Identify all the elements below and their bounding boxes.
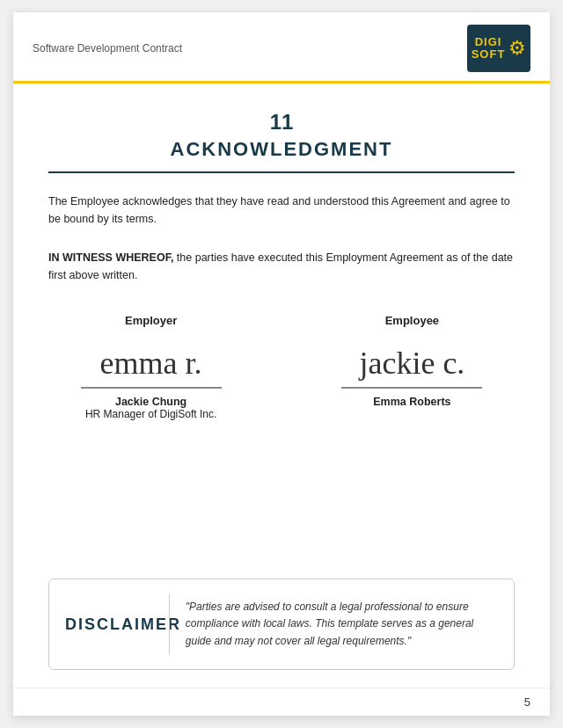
document-page: Software Development Contract DIGI SOFT … — [13, 12, 550, 716]
section-title: ACKNOWLEDGMENT — [48, 138, 515, 161]
page-content: 11 ACKNOWLEDGMENT The Employee acknowled… — [13, 84, 550, 688]
employer-signature-line — [81, 387, 222, 389]
page-footer: 5 — [13, 688, 550, 716]
disclaimer-box: DISCLAIMER "Parties are advised to consu… — [48, 579, 515, 670]
section-number: 11 — [48, 110, 515, 135]
disclaimer-label: DISCLAIMER — [65, 615, 153, 634]
logo-text-line2: SOFT — [472, 48, 506, 61]
signatures-section: Employer emma r. Jackie Chung HR Manager… — [48, 314, 515, 420]
logo-gear-icon: ⚙ — [508, 37, 526, 60]
disclaimer-divider — [169, 593, 170, 655]
employee-name: Emma Roberts — [373, 396, 450, 408]
employee-signature-line — [341, 387, 482, 389]
acknowledgment-paragraph: The Employee acknowledges that they have… — [48, 193, 515, 228]
witness-paragraph: IN WITNESS WHEREOF, the parties have exe… — [48, 249, 515, 284]
employee-signature-script: jackie c. — [359, 336, 464, 382]
logo-text-line1: DIGI — [472, 36, 506, 48]
employer-role: HR Manager of DigiSoft Inc. — [85, 408, 216, 420]
employer-signature-block: Employer emma r. Jackie Chung HR Manager… — [48, 314, 253, 420]
employer-name: Jackie Chung — [115, 396, 186, 408]
employee-label: Employee — [385, 314, 439, 327]
disclaimer-text: "Parties are advised to consult a legal … — [186, 599, 498, 650]
page-number: 5 — [524, 695, 530, 709]
section-divider — [48, 171, 515, 173]
employee-signature-block: Employee jackie c. Emma Roberts — [310, 314, 515, 420]
employer-label: Employer — [125, 314, 177, 327]
company-logo: DIGI SOFT ⚙ — [467, 25, 530, 72]
witness-bold: IN WITNESS WHEREOF, — [48, 251, 173, 264]
page-header: Software Development Contract DIGI SOFT … — [13, 12, 550, 84]
document-title: Software Development Contract — [33, 42, 182, 55]
employer-signature-script: emma r. — [100, 336, 202, 382]
